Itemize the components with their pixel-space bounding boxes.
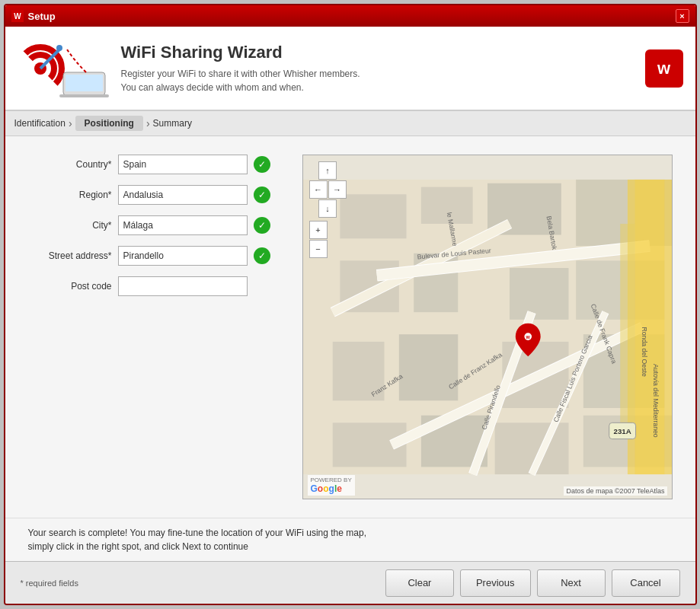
window-title: Setup	[28, 11, 56, 22]
breadcrumb: Identification › Positioning › Summary	[5, 110, 695, 136]
street-label: Street address*	[28, 250, 112, 261]
region-row: Region* ✓	[28, 185, 287, 205]
cancel-button[interactable]: Cancel	[612, 569, 680, 597]
svg-text:231A: 231A	[613, 427, 631, 435]
whisher-logo: w	[645, 49, 683, 88]
app-icon: W	[11, 10, 24, 22]
street-input[interactable]	[118, 246, 248, 266]
svg-rect-21	[510, 268, 568, 320]
svg-rect-8	[66, 75, 103, 91]
map-pan-right-button[interactable]: →	[328, 180, 347, 199]
app-title: WiFi Sharing Wizard	[121, 43, 633, 62]
postcode-row: Post code	[28, 276, 287, 296]
street-check-icon: ✓	[254, 247, 270, 264]
city-check-icon: ✓	[254, 217, 270, 234]
form-panel: Country* ✓ Region* ✓ City* ✓	[28, 155, 287, 499]
svg-text:w: w	[525, 334, 530, 340]
breadcrumb-sep-2: ›	[146, 117, 150, 129]
breadcrumb-identification: Identification	[14, 118, 66, 129]
city-input[interactable]	[118, 215, 248, 235]
country-row: Country* ✓	[28, 155, 287, 174]
region-label: Region*	[28, 190, 112, 200]
breadcrumb-summary: Summary	[153, 118, 192, 129]
clear-button[interactable]: Clear	[385, 569, 454, 597]
map-copyright: Datos de mapa ©2007 TeleAtlas	[564, 486, 666, 496]
postcode-input[interactable]	[118, 276, 248, 296]
country-input[interactable]	[118, 155, 248, 174]
map-pan-left-button[interactable]: ←	[309, 180, 328, 199]
map-zoom-out-button[interactable]: −	[309, 240, 328, 258]
app-header: WiFi Sharing Wizard Register your WiFi t…	[5, 27, 695, 110]
powered-by: POWERED BY Google	[308, 475, 355, 496]
region-input[interactable]	[118, 185, 248, 205]
status-message-2: simply click in the right spot, and clic…	[28, 540, 673, 553]
app-subtitle-2: You can always decide with whom and when…	[121, 81, 633, 94]
region-check-icon: ✓	[254, 187, 270, 203]
content-area: Country* ✓ Region* ✓ City* ✓	[5, 136, 695, 561]
country-check-icon: ✓	[254, 156, 270, 173]
city-row: City* ✓	[28, 215, 287, 235]
title-bar: W Setup ×	[5, 5, 695, 27]
breadcrumb-sep-1: ›	[69, 117, 72, 129]
map-zoom-in-button[interactable]: +	[309, 221, 328, 239]
svg-rect-11	[340, 194, 406, 238]
main-area: Country* ✓ Region* ✓ City* ✓	[5, 136, 695, 518]
map-pan-up-button[interactable]: ↑	[318, 161, 337, 180]
previous-button[interactable]: Previous	[460, 569, 531, 597]
street-row: Street address* ✓	[28, 246, 287, 266]
postcode-label: Post code	[28, 281, 112, 292]
breadcrumb-positioning: Positioning	[75, 116, 143, 131]
status-bar: Your search is complete! You may fine-tu…	[5, 518, 695, 561]
svg-rect-9	[59, 94, 109, 97]
google-logo: Google	[311, 483, 352, 494]
next-button[interactable]: Next	[537, 569, 606, 597]
map-controls: ↑ ← → ↓ + −	[309, 161, 347, 258]
svg-rect-18	[398, 334, 457, 400]
svg-point-6	[56, 45, 62, 51]
footer: * required fields Clear Previous Next Ca…	[5, 561, 695, 604]
svg-text:Autovia del Mediterraneo: Autovia del Mediterraneo	[651, 364, 659, 438]
map-svg: Bulevar de Louis Pasteur Calle de Franz …	[303, 155, 672, 499]
city-label: City*	[28, 220, 112, 231]
wifi-antenna-icon	[18, 38, 109, 99]
svg-text:Ronda del Oeste: Ronda del Oeste	[641, 327, 648, 376]
svg-rect-29	[620, 224, 634, 430]
map-panel[interactable]: Bulevar de Louis Pasteur Calle de Franz …	[302, 155, 673, 499]
header-text: WiFi Sharing Wizard Register your WiFi t…	[121, 43, 633, 94]
app-subtitle-1: Register your WiFi to share it with othe…	[121, 67, 633, 81]
map-pan-down-button[interactable]: ↓	[318, 199, 337, 218]
country-label: Country*	[28, 159, 112, 170]
close-button[interactable]: ×	[676, 9, 689, 23]
title-bar-left: W Setup	[11, 10, 56, 22]
header-logo	[18, 38, 109, 99]
status-message-1: Your search is complete! You may fine-tu…	[28, 526, 673, 540]
required-note: * required fields	[21, 579, 78, 588]
svg-text:W: W	[14, 12, 21, 21]
setup-window: W Setup ×	[4, 4, 697, 605]
